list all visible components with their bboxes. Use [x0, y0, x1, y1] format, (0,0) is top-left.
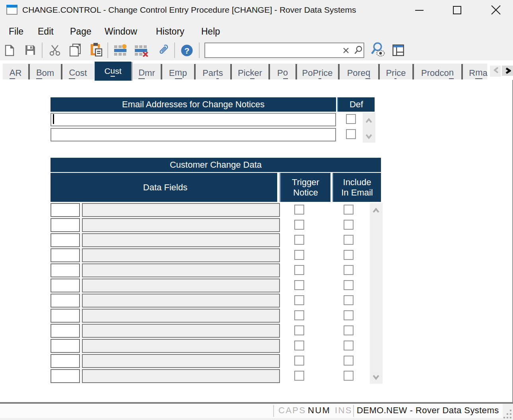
svg-text:?: ?: [185, 46, 190, 55]
